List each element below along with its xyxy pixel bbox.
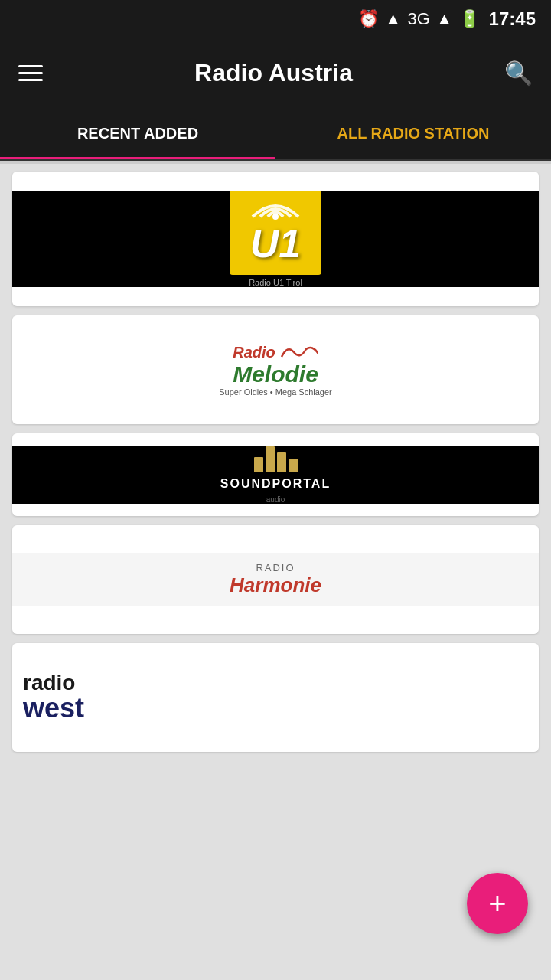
app-bar: Radio Austria 🔍 [0,38,551,107]
melodie-logo-top: Radio [233,343,318,361]
sp-bar-1 [254,457,263,472]
fab-plus-icon: + [488,887,506,921]
station-logo-harmonie: RADIO Harmonie [12,553,539,606]
add-station-fab[interactable]: + [467,873,528,934]
harmonie-radio-label: RADIO [230,562,321,573]
soundportal-sub: audio [266,495,285,504]
status-time: 17:45 [489,8,536,30]
harmonie-text-block: RADIO Harmonie [230,562,321,597]
search-button[interactable]: 🔍 [504,60,533,87]
status-icons: ⏰ ▲ 3G ▲ 🔋 [358,9,480,29]
station-logo-u1tirol: U1 Radio U1 Tirol [12,191,539,287]
app-title: Radio Austria [43,59,504,87]
station-card-melodie[interactable]: Radio Melodie Super Oldies • Mega Schlag… [12,315,539,424]
station-logo-melodie: Radio Melodie Super Oldies • Mega Schlag… [12,337,539,403]
menu-line-1 [18,65,43,67]
tab-all-radio[interactable]: ALL RADIO STATION [276,107,551,159]
network-label: 3G [407,9,429,29]
u1-background: U1 [230,191,321,275]
tabs-container: RECENT ADDED ALL RADIO STATION [0,107,551,161]
west-name-label: west [23,692,84,724]
alarm-icon: ⏰ [358,9,379,29]
u1-text: U1 [250,224,301,263]
tab-recent-added[interactable]: RECENT ADDED [0,107,276,159]
svg-point-0 [272,214,279,220]
menu-line-3 [18,79,43,81]
wifi-icon: ▲ [385,9,402,29]
melodie-radio-text: Radio [233,344,276,361]
station-logo-soundportal: SOUNDPORTAL audio [12,446,539,504]
sp-bar-2 [266,446,275,472]
signal-icon: ▲ [436,9,453,29]
sp-bar-4 [289,459,298,472]
melodie-sub-text: Super Oldies • Mega Schlager [219,387,332,397]
harmonie-name: Harmonie [230,573,321,597]
station-logo-west: radio west [12,660,539,735]
menu-line-2 [18,72,43,74]
sp-bar-3 [277,452,286,472]
station-card-west[interactable]: radio west Radio West Österreich [12,643,539,752]
station-card-harmonie[interactable]: RADIO Harmonie Radio Harmonie Österreich [12,525,539,634]
u1-wifi-arcs [249,194,302,220]
station-list: U1 Radio U1 Tirol Radio U1 Tirol Österre… [0,164,551,828]
status-bar: ⏰ ▲ 3G ▲ 🔋 17:45 [0,0,551,38]
battery-icon: 🔋 [459,9,480,29]
soundportal-text: SOUNDPORTAL [220,477,331,491]
menu-button[interactable] [18,65,43,81]
soundportal-bars [254,446,298,472]
melodie-wave-icon [280,343,318,361]
u1-label: Radio U1 Tirol [249,278,302,287]
station-card-soundportal[interactable]: SOUNDPORTAL audio Soundportal Österreich [12,433,539,516]
melodie-main-text: Melodie [233,361,318,387]
station-card-u1tirol[interactable]: U1 Radio U1 Tirol Radio U1 Tirol Österre… [12,172,539,306]
